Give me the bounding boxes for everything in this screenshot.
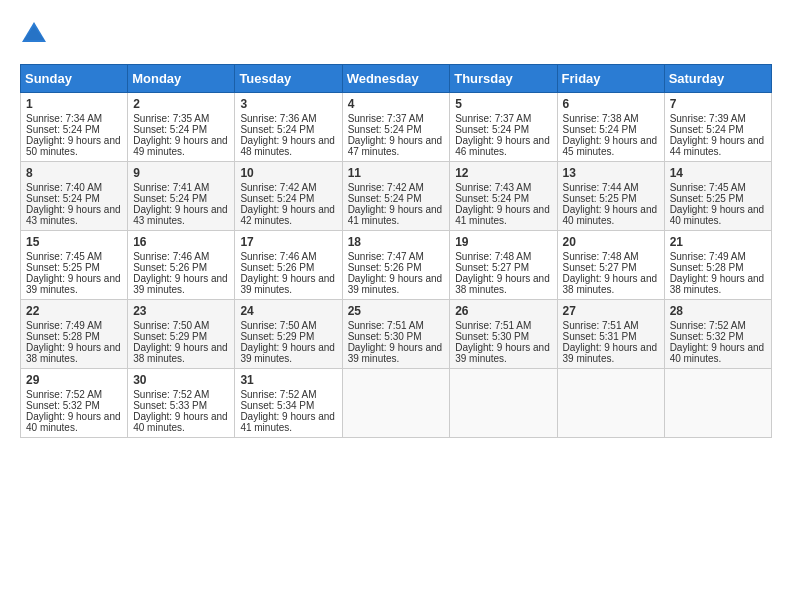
day-number: 11: [348, 166, 445, 180]
sunrise-text: Sunrise: 7:39 AM: [670, 113, 746, 124]
daylight-text: Daylight: 9 hours and 40 minutes.: [563, 204, 658, 226]
sunset-text: Sunset: 5:34 PM: [240, 400, 314, 411]
sunrise-text: Sunrise: 7:49 AM: [26, 320, 102, 331]
sunset-text: Sunset: 5:32 PM: [670, 331, 744, 342]
day-number: 5: [455, 97, 551, 111]
calendar-day-cell: 28Sunrise: 7:52 AMSunset: 5:32 PMDayligh…: [664, 300, 771, 369]
day-number: 4: [348, 97, 445, 111]
sunset-text: Sunset: 5:24 PM: [455, 193, 529, 204]
sunset-text: Sunset: 5:24 PM: [240, 124, 314, 135]
calendar-day-cell: 23Sunrise: 7:50 AMSunset: 5:29 PMDayligh…: [128, 300, 235, 369]
calendar-day-cell: 29Sunrise: 7:52 AMSunset: 5:32 PMDayligh…: [21, 369, 128, 438]
sunrise-text: Sunrise: 7:50 AM: [133, 320, 209, 331]
sunrise-text: Sunrise: 7:37 AM: [348, 113, 424, 124]
sunset-text: Sunset: 5:33 PM: [133, 400, 207, 411]
day-number: 23: [133, 304, 229, 318]
day-number: 31: [240, 373, 336, 387]
sunrise-text: Sunrise: 7:51 AM: [348, 320, 424, 331]
sunset-text: Sunset: 5:30 PM: [455, 331, 529, 342]
calendar-week-row: 22Sunrise: 7:49 AMSunset: 5:28 PMDayligh…: [21, 300, 772, 369]
day-number: 8: [26, 166, 122, 180]
daylight-text: Daylight: 9 hours and 39 minutes.: [26, 273, 121, 295]
sunset-text: Sunset: 5:24 PM: [133, 193, 207, 204]
calendar-day-cell: [664, 369, 771, 438]
header: [20, 20, 772, 48]
calendar-day-cell: 15Sunrise: 7:45 AMSunset: 5:25 PMDayligh…: [21, 231, 128, 300]
daylight-text: Daylight: 9 hours and 47 minutes.: [348, 135, 443, 157]
weekday-header-cell: Saturday: [664, 65, 771, 93]
weekday-header-cell: Wednesday: [342, 65, 450, 93]
day-number: 6: [563, 97, 659, 111]
sunset-text: Sunset: 5:24 PM: [240, 193, 314, 204]
calendar-week-row: 1Sunrise: 7:34 AMSunset: 5:24 PMDaylight…: [21, 93, 772, 162]
sunrise-text: Sunrise: 7:50 AM: [240, 320, 316, 331]
sunset-text: Sunset: 5:25 PM: [26, 262, 100, 273]
weekday-header-cell: Tuesday: [235, 65, 342, 93]
daylight-text: Daylight: 9 hours and 38 minutes.: [563, 273, 658, 295]
calendar-week-row: 29Sunrise: 7:52 AMSunset: 5:32 PMDayligh…: [21, 369, 772, 438]
sunset-text: Sunset: 5:31 PM: [563, 331, 637, 342]
calendar-day-cell: 22Sunrise: 7:49 AMSunset: 5:28 PMDayligh…: [21, 300, 128, 369]
day-number: 1: [26, 97, 122, 111]
daylight-text: Daylight: 9 hours and 50 minutes.: [26, 135, 121, 157]
calendar-day-cell: 13Sunrise: 7:44 AMSunset: 5:25 PMDayligh…: [557, 162, 664, 231]
day-number: 12: [455, 166, 551, 180]
day-number: 7: [670, 97, 766, 111]
calendar-day-cell: 2Sunrise: 7:35 AMSunset: 5:24 PMDaylight…: [128, 93, 235, 162]
calendar-day-cell: 5Sunrise: 7:37 AMSunset: 5:24 PMDaylight…: [450, 93, 557, 162]
day-number: 24: [240, 304, 336, 318]
calendar-day-cell: 24Sunrise: 7:50 AMSunset: 5:29 PMDayligh…: [235, 300, 342, 369]
daylight-text: Daylight: 9 hours and 41 minutes.: [455, 204, 550, 226]
sunset-text: Sunset: 5:28 PM: [670, 262, 744, 273]
daylight-text: Daylight: 9 hours and 40 minutes.: [133, 411, 228, 433]
calendar-day-cell: 30Sunrise: 7:52 AMSunset: 5:33 PMDayligh…: [128, 369, 235, 438]
calendar-day-cell: 10Sunrise: 7:42 AMSunset: 5:24 PMDayligh…: [235, 162, 342, 231]
daylight-text: Daylight: 9 hours and 48 minutes.: [240, 135, 335, 157]
sunrise-text: Sunrise: 7:36 AM: [240, 113, 316, 124]
sunset-text: Sunset: 5:24 PM: [348, 193, 422, 204]
calendar-day-cell: 6Sunrise: 7:38 AMSunset: 5:24 PMDaylight…: [557, 93, 664, 162]
calendar-body: 1Sunrise: 7:34 AMSunset: 5:24 PMDaylight…: [21, 93, 772, 438]
sunrise-text: Sunrise: 7:45 AM: [670, 182, 746, 193]
sunset-text: Sunset: 5:24 PM: [670, 124, 744, 135]
sunset-text: Sunset: 5:27 PM: [563, 262, 637, 273]
day-number: 16: [133, 235, 229, 249]
daylight-text: Daylight: 9 hours and 43 minutes.: [26, 204, 121, 226]
daylight-text: Daylight: 9 hours and 38 minutes.: [455, 273, 550, 295]
sunset-text: Sunset: 5:24 PM: [563, 124, 637, 135]
sunrise-text: Sunrise: 7:52 AM: [670, 320, 746, 331]
daylight-text: Daylight: 9 hours and 39 minutes.: [348, 342, 443, 364]
weekday-header-cell: Monday: [128, 65, 235, 93]
weekday-header-cell: Thursday: [450, 65, 557, 93]
daylight-text: Daylight: 9 hours and 46 minutes.: [455, 135, 550, 157]
calendar-day-cell: 12Sunrise: 7:43 AMSunset: 5:24 PMDayligh…: [450, 162, 557, 231]
sunrise-text: Sunrise: 7:45 AM: [26, 251, 102, 262]
daylight-text: Daylight: 9 hours and 39 minutes.: [455, 342, 550, 364]
calendar-day-cell: [450, 369, 557, 438]
sunrise-text: Sunrise: 7:48 AM: [563, 251, 639, 262]
calendar-day-cell: 14Sunrise: 7:45 AMSunset: 5:25 PMDayligh…: [664, 162, 771, 231]
sunrise-text: Sunrise: 7:51 AM: [455, 320, 531, 331]
sunset-text: Sunset: 5:25 PM: [563, 193, 637, 204]
day-number: 13: [563, 166, 659, 180]
daylight-text: Daylight: 9 hours and 40 minutes.: [670, 204, 765, 226]
calendar-day-cell: 26Sunrise: 7:51 AMSunset: 5:30 PMDayligh…: [450, 300, 557, 369]
day-number: 14: [670, 166, 766, 180]
calendar-day-cell: 18Sunrise: 7:47 AMSunset: 5:26 PMDayligh…: [342, 231, 450, 300]
sunset-text: Sunset: 5:24 PM: [348, 124, 422, 135]
sunrise-text: Sunrise: 7:52 AM: [26, 389, 102, 400]
logo-icon: [20, 20, 48, 48]
daylight-text: Daylight: 9 hours and 39 minutes.: [240, 342, 335, 364]
sunrise-text: Sunrise: 7:48 AM: [455, 251, 531, 262]
sunrise-text: Sunrise: 7:38 AM: [563, 113, 639, 124]
calendar-day-cell: 11Sunrise: 7:42 AMSunset: 5:24 PMDayligh…: [342, 162, 450, 231]
day-number: 25: [348, 304, 445, 318]
calendar-day-cell: 25Sunrise: 7:51 AMSunset: 5:30 PMDayligh…: [342, 300, 450, 369]
sunrise-text: Sunrise: 7:41 AM: [133, 182, 209, 193]
sunrise-text: Sunrise: 7:47 AM: [348, 251, 424, 262]
calendar-day-cell: [342, 369, 450, 438]
sunset-text: Sunset: 5:24 PM: [26, 193, 100, 204]
day-number: 29: [26, 373, 122, 387]
daylight-text: Daylight: 9 hours and 41 minutes.: [348, 204, 443, 226]
svg-marker-1: [24, 26, 44, 40]
